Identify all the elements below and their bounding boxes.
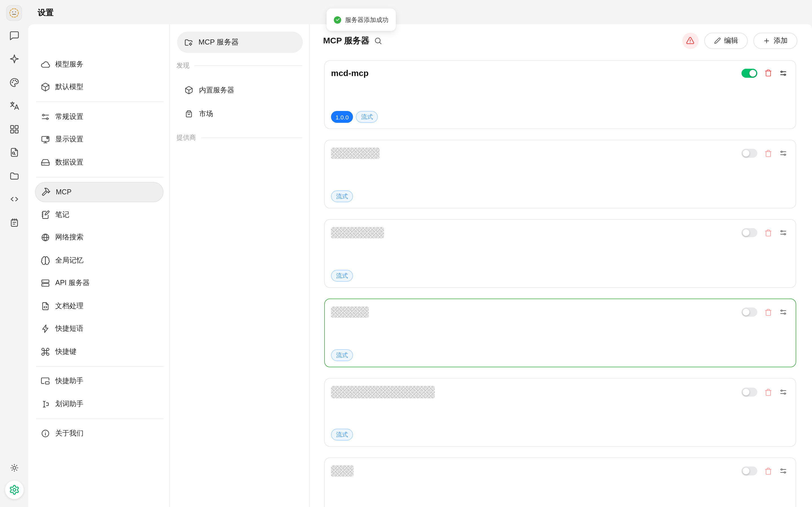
- mcp-servers-panel: MCP 服务器 编辑 添加 mcd-mcp1.0.0流式流式流式流式流式: [309, 24, 812, 507]
- mcp-server-card[interactable]: mcd-mcp1.0.0流式: [324, 60, 796, 129]
- rail-code-icon[interactable]: [7, 192, 21, 206]
- server-name-redacted: [331, 227, 384, 238]
- rail-sparkles-icon[interactable]: [7, 52, 21, 66]
- globe-icon: [41, 233, 50, 242]
- sidebar-item-command[interactable]: 快捷键: [35, 341, 163, 362]
- delete-server-icon[interactable]: [764, 388, 772, 396]
- rail-folder-icon[interactable]: [7, 169, 21, 182]
- server-enabled-toggle[interactable]: [742, 149, 757, 158]
- stream-tag-badge: 流式: [331, 270, 353, 282]
- package-icon: [185, 86, 193, 95]
- sidebar-item-pip[interactable]: 快捷助手: [35, 371, 163, 391]
- sidebar-item-label: 显示设置: [55, 135, 84, 144]
- toggle-knob: [743, 309, 749, 316]
- brain-icon: [41, 256, 50, 265]
- sidebar-item-brain[interactable]: 全局记忆: [35, 250, 163, 270]
- rail-translate-icon[interactable]: [7, 99, 21, 112]
- sidebar-item-label: 快捷助手: [55, 376, 84, 386]
- mcp-server-card[interactable]: 流式: [324, 378, 796, 447]
- hard-drive-icon: [41, 158, 50, 167]
- server-enabled-toggle[interactable]: [742, 307, 757, 317]
- hammer-icon: [41, 187, 51, 196]
- edit-button[interactable]: 编辑: [704, 33, 748, 49]
- server-name-redacted: [331, 386, 435, 398]
- delete-server-icon[interactable]: [764, 228, 772, 237]
- rail-file-search-icon[interactable]: [7, 146, 21, 159]
- sidebar-item-label: 划词助手: [55, 399, 84, 409]
- sidebar-item-notebook-pen[interactable]: 笔记: [35, 205, 163, 225]
- add-button[interactable]: 添加: [753, 33, 797, 49]
- cloud-icon: [41, 59, 50, 69]
- notebook-pen-icon: [41, 210, 50, 219]
- mcp-server-card[interactable]: 流式: [324, 140, 796, 209]
- sidebar-item-label: 默认模型: [55, 82, 84, 92]
- shopping-bag-icon: [185, 109, 193, 118]
- search-icon[interactable]: [374, 36, 382, 45]
- sidebar-item-package[interactable]: 默认模型: [35, 77, 163, 97]
- server-settings-icon[interactable]: [779, 467, 787, 475]
- pencil-icon: [714, 37, 721, 44]
- mcp-server-card[interactable]: [324, 457, 796, 507]
- sidebar-item-label: API 服务器: [55, 278, 90, 288]
- server-settings-icon[interactable]: [779, 149, 787, 157]
- sidebar-item-label: 快捷短语: [55, 324, 84, 334]
- sidebar-item-text-select[interactable]: 划词助手: [35, 394, 163, 414]
- delete-server-icon[interactable]: [764, 467, 772, 475]
- file-code-icon: [41, 301, 50, 311]
- server-enabled-toggle[interactable]: [742, 466, 757, 475]
- server-settings-icon[interactable]: [779, 308, 787, 316]
- mcp-servers-nav-button[interactable]: MCP 服务器: [177, 32, 303, 53]
- toggle-knob: [743, 389, 749, 395]
- server-settings-icon[interactable]: [779, 69, 787, 77]
- sidebar-item-file-code[interactable]: 文档处理: [35, 296, 163, 316]
- delete-server-icon[interactable]: [764, 308, 772, 316]
- toggle-knob: [743, 150, 749, 157]
- rail-app-grid-icon[interactable]: [7, 122, 21, 136]
- sidebar-item-info[interactable]: 关于我们: [35, 424, 163, 444]
- app-avatar[interactable]: [6, 5, 22, 21]
- server-settings-icon[interactable]: [779, 388, 787, 396]
- sidebar-item-zap[interactable]: 快捷短语: [35, 319, 163, 339]
- toggle-knob: [743, 467, 749, 474]
- settings-window: 设置 模型服务默认模型常规设置显示设置数据设置MCP笔记网络搜索全局记忆API …: [0, 0, 812, 507]
- command-icon: [41, 347, 50, 356]
- delete-server-icon[interactable]: [764, 149, 772, 158]
- rail-palette-icon[interactable]: [7, 75, 21, 89]
- page-title: MCP 服务器: [323, 35, 369, 46]
- sidebar-item-sliders[interactable]: 常规设置: [35, 107, 163, 127]
- stream-tag-badge: 流式: [331, 349, 353, 361]
- toast-success: 服务器添加成功: [326, 8, 396, 31]
- warning-button[interactable]: [682, 33, 698, 49]
- delete-server-icon[interactable]: [764, 69, 772, 77]
- theme-sun-icon[interactable]: [7, 461, 21, 474]
- section-rule: [195, 65, 302, 66]
- rail-chat-bubble-icon[interactable]: [7, 29, 21, 42]
- mcp-server-card[interactable]: 流式: [324, 298, 796, 367]
- server-enabled-toggle[interactable]: [742, 228, 757, 237]
- sidebar-divider: [36, 101, 163, 102]
- submenu-item-shopping-bag[interactable]: 市场: [169, 105, 309, 123]
- server-enabled-toggle[interactable]: [742, 68, 757, 77]
- server-name-redacted: [331, 465, 354, 476]
- sidebar-item-server[interactable]: API 服务器: [35, 273, 163, 293]
- sidebar-item-label: 模型服务: [55, 59, 84, 69]
- settings-gear-icon[interactable]: [5, 480, 24, 499]
- text-select-icon: [41, 399, 50, 409]
- submenu-item-package[interactable]: 内置服务器: [169, 81, 309, 99]
- sidebar-item-globe[interactable]: 网络搜索: [35, 227, 163, 247]
- sidebar-item-hard-drive[interactable]: 数据设置: [35, 152, 163, 172]
- sidebar-item-label: 快捷键: [55, 347, 77, 356]
- sidebar-item-monitor-cog[interactable]: 显示设置: [35, 129, 163, 150]
- sidebar-item-cloud[interactable]: 模型服务: [35, 54, 163, 74]
- server-icon: [41, 278, 50, 288]
- submenu-item-label: 内置服务器: [199, 86, 234, 95]
- server-enabled-toggle[interactable]: [742, 388, 757, 397]
- sidebar-item-label: 网络搜索: [55, 233, 84, 242]
- rail-notepad-icon[interactable]: [7, 216, 21, 229]
- sidebar-item-hammer[interactable]: MCP: [35, 182, 163, 202]
- toggle-knob: [749, 69, 756, 76]
- mcp-server-card[interactable]: 流式: [324, 219, 796, 288]
- plus-icon: [763, 37, 770, 44]
- settings-sidebar: 模型服务默认模型常规设置显示设置数据设置MCP笔记网络搜索全局记忆API 服务器…: [28, 24, 169, 507]
- server-settings-icon[interactable]: [779, 229, 787, 237]
